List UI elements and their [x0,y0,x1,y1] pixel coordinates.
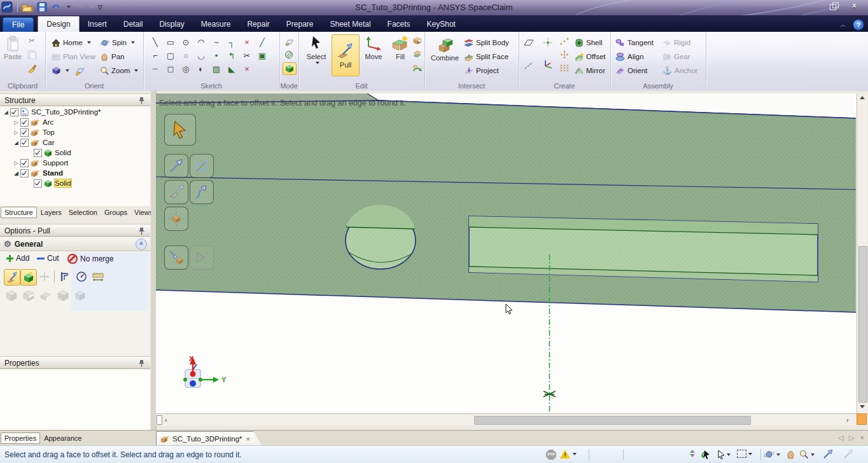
sketch-spline-icon[interactable]: ~ [209,37,223,48]
sketch-ellipse-icon[interactable]: ○ [179,50,193,62]
expander-icon[interactable]: ◢ [13,140,20,146]
vertical-scroll-thumb[interactable] [858,246,867,403]
rigid-button[interactable]: Rigid [662,37,690,48]
splitter-handle[interactable] [157,415,162,425]
sketch-plane-tool-icon[interactable]: ▨ [209,64,223,75]
viewport-3d-scene[interactable]: X Y Select and drag a face to offset it.… [156,93,857,413]
pull-both-sides-tool-button[interactable] [164,207,188,231]
sketch-polyline-icon[interactable]: ⌐ [148,50,162,62]
tab-keyshot[interactable]: KeyShot [419,17,464,32]
tab-facets[interactable]: Facets [379,17,419,32]
tab-detail[interactable]: Detail [115,17,151,32]
stand-top-face[interactable] [156,100,856,312]
collapse-section-icon[interactable]: » [136,238,147,250]
up-to-tool-button[interactable] [164,245,188,270]
spin-button[interactable]: Spin [100,37,135,48]
pin-icon[interactable] [138,226,146,235]
tree-row-car[interactable]: ◢ Car [0,137,150,148]
sketch-slot-icon[interactable]: ◻ [164,64,178,75]
sketch-mode-icon[interactable] [283,36,295,47]
scroll-right-icon[interactable]: › [846,415,849,425]
ruler-button[interactable] [90,269,106,284]
create-origin-icon[interactable] [542,37,554,48]
zoom-tool-icon[interactable] [799,450,815,459]
ghost-option-icon[interactable] [22,289,35,301]
split-body-button[interactable]: Split Body [464,37,509,48]
skip-tool-button[interactable] [190,245,214,270]
pull-tool-status-icon[interactable] [823,450,834,459]
tree-row-car-solid[interactable]: Solid [0,148,150,158]
scroll-left-icon[interactable]: ‹ [165,415,167,425]
visibility-checkbox[interactable] [20,159,29,167]
pull-linear-tool-button[interactable] [164,154,188,178]
options-general-section[interactable]: ⚙ General » [0,237,150,251]
project-button[interactable]: Project [464,65,499,76]
plan-view-button[interactable]: Plan View [52,51,95,62]
tab-groups[interactable]: Groups [101,207,130,218]
replace-face-icon[interactable] [410,49,423,60]
tab-appearance[interactable]: Appearance [41,433,85,443]
circular-boss[interactable] [346,205,416,269]
sketch-circle3-icon[interactable]: ◎ [179,64,193,75]
sketch-circle-icon[interactable]: ⊙ [179,37,193,48]
solid-mode-icon[interactable] [283,62,297,75]
paste-button[interactable]: Paste [3,36,22,60]
stop-icon[interactable]: STOP [546,450,556,460]
create-plane-icon[interactable] [522,37,535,48]
measure-pull-button[interactable] [57,269,73,284]
create-axes-icon[interactable] [542,59,554,70]
sketch-offset-icon[interactable]: ▣ [255,50,269,62]
pull-option-cut[interactable]: Cut [37,254,59,263]
revolve-tool-button[interactable] [190,154,214,178]
pull-button[interactable]: Pull [332,34,360,76]
close-icon[interactable]: × [851,3,857,9]
spin-tool-icon[interactable] [764,450,780,459]
ghost-option-icon[interactable] [57,289,69,301]
anchor-button[interactable]: ⚓ Anchor [662,65,697,76]
sketch-corner-rectangle-icon[interactable]: ▢ [164,50,178,62]
visibility-checkbox[interactable] [34,149,42,157]
tab-scroll-right-icon[interactable]: ▷ [849,434,854,442]
close-document-icon[interactable]: × [246,435,250,443]
cutaway-icon[interactable] [410,35,423,46]
expander-icon[interactable]: ▷ [13,130,20,135]
pan-button[interactable]: Pan [100,51,124,62]
zoom-button[interactable]: Zoom [100,65,138,76]
horizontal-scrollbar[interactable]: ‹ › [156,413,857,425]
select-cursor-icon[interactable] [717,450,731,459]
select-button[interactable]: Select [304,36,329,64]
pin-icon[interactable] [138,359,146,367]
tab-repair[interactable]: Repair [239,17,277,32]
tangent-button[interactable]: Tangent [615,37,654,48]
pull-direction-button[interactable] [4,269,20,286]
document-tab[interactable]: SC_Tuto_3DPrinting* × [156,431,262,446]
format-painter-icon[interactable] [25,63,38,74]
viewport-resize-corner[interactable] [857,413,867,425]
pull-option-add[interactable]: Add [6,254,29,263]
sketch-construction-icon[interactable]: ✂ [240,50,254,62]
mirror-button[interactable]: Mirror [575,65,605,76]
select-return-icon[interactable] [701,450,711,460]
tab-properties[interactable]: Properties [1,432,40,444]
tab-close-icon[interactable]: × [860,434,864,442]
sketch-bend-icon[interactable]: ↰ [225,50,239,62]
select-tool-button[interactable] [164,114,196,146]
pin-icon[interactable] [138,96,146,104]
sketch-arc3-icon[interactable]: ◐ [194,64,208,75]
gear-button[interactable]: Gear [662,51,690,62]
rectangular-slot[interactable] [469,216,818,282]
tab-design[interactable]: Design [38,16,79,32]
offset-button[interactable]: Offset [575,51,605,62]
combine-button[interactable]: Combine [430,37,460,62]
tab-structure[interactable]: Structure [1,207,37,218]
move-button[interactable]: Move [361,36,386,60]
tab-prepare[interactable]: Prepare [278,17,322,32]
tab-file[interactable]: File [3,17,34,32]
pull-both-sides-button[interactable] [37,269,52,284]
home-button[interactable]: Home [52,37,91,48]
tab-layers[interactable]: Layers [38,207,65,218]
gauge-button[interactable] [74,269,89,284]
pull-face-button[interactable] [20,269,37,286]
pattern-linear-icon[interactable] [558,36,571,47]
tree-row-arc[interactable]: ▷ Arc [0,117,150,127]
